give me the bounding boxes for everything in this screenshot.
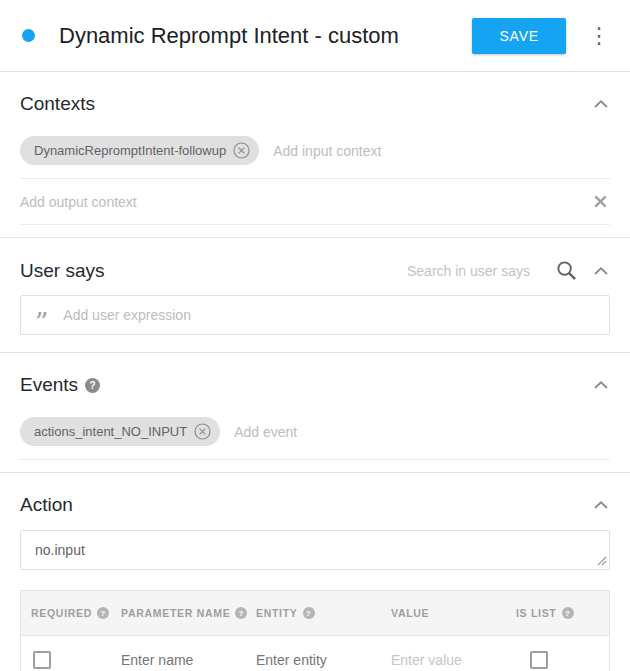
column-header-required: REQUIRED ? xyxy=(21,591,111,635)
input-contexts-row: DynamicRepromptIntent-followup xyxy=(20,123,610,179)
remove-event-icon[interactable] xyxy=(194,423,211,440)
contexts-section: Contexts DynamicRepromptIntent-followup xyxy=(0,72,630,237)
input-context-chip: DynamicRepromptIntent-followup xyxy=(20,136,259,165)
add-output-context-field[interactable] xyxy=(20,194,577,210)
remove-input-context-icon[interactable] xyxy=(233,142,250,159)
contexts-title: Contexts xyxy=(20,93,95,115)
kebab-menu-icon[interactable]: ⋮ xyxy=(584,23,614,49)
column-header-is-list: IS LIST ? xyxy=(506,591,609,635)
column-header-entity: ENTITY ? xyxy=(246,591,381,635)
events-title: Events xyxy=(20,374,78,396)
parameter-row xyxy=(21,636,609,671)
parameters-table: REQUIRED ? PARAMETER NAME ? ENTITY ? VAL… xyxy=(20,590,610,671)
search-user-says-input[interactable] xyxy=(407,263,549,279)
save-button[interactable]: SAVE xyxy=(472,18,566,54)
input-context-chip-label: DynamicRepromptIntent-followup xyxy=(34,143,226,158)
output-contexts-row xyxy=(20,179,610,225)
add-event-field[interactable] xyxy=(234,424,610,440)
parameter-entity-field[interactable] xyxy=(256,652,381,668)
events-section: Events ? actions_intent_NO_INPUT xyxy=(0,353,630,472)
contexts-collapse-chevron-icon[interactable] xyxy=(592,96,610,112)
required-checkbox[interactable] xyxy=(33,651,51,669)
events-collapse-chevron-icon[interactable] xyxy=(592,377,610,393)
search-icon xyxy=(555,259,578,282)
is-list-help-icon: ? xyxy=(562,607,574,619)
action-input[interactable]: no.input xyxy=(20,530,610,570)
parameter-name-field[interactable] xyxy=(121,652,246,668)
parameter-value-field[interactable] xyxy=(391,652,506,668)
column-header-value: VALUE xyxy=(381,591,506,635)
action-title: Action xyxy=(20,494,73,516)
entity-help-icon: ? xyxy=(303,607,315,619)
action-section: Action no.input xyxy=(0,473,630,570)
events-row: actions_intent_NO_INPUT xyxy=(20,404,610,460)
column-header-parameter-name: PARAMETER NAME ? xyxy=(111,591,246,635)
add-user-expression-field[interactable] xyxy=(63,307,595,323)
action-input-wrap: no.input xyxy=(20,530,610,570)
add-input-context-field[interactable] xyxy=(273,143,610,159)
header: Dynamic Reprompt Intent - custom SAVE ⋮ xyxy=(0,0,630,71)
user-says-title: User says xyxy=(20,260,104,282)
event-chip-label: actions_intent_NO_INPUT xyxy=(34,424,187,439)
event-chip: actions_intent_NO_INPUT xyxy=(20,417,220,446)
action-collapse-chevron-icon[interactable] xyxy=(592,497,610,513)
is-list-checkbox[interactable] xyxy=(530,651,548,669)
user-says-collapse-chevron-icon[interactable] xyxy=(592,263,610,279)
required-help-icon: ? xyxy=(97,607,109,619)
clear-output-context-icon[interactable] xyxy=(591,192,610,211)
user-says-section: User says ” xyxy=(0,238,630,352)
events-help-icon: ? xyxy=(85,378,100,393)
resize-handle-icon[interactable] xyxy=(597,556,607,566)
user-expression-box: ” xyxy=(20,295,610,335)
parameters-table-header: REQUIRED ? PARAMETER NAME ? ENTITY ? VAL… xyxy=(21,591,609,636)
intent-status-dot xyxy=(22,29,35,42)
user-says-search xyxy=(407,259,578,282)
page-title: Dynamic Reprompt Intent - custom xyxy=(59,23,472,49)
